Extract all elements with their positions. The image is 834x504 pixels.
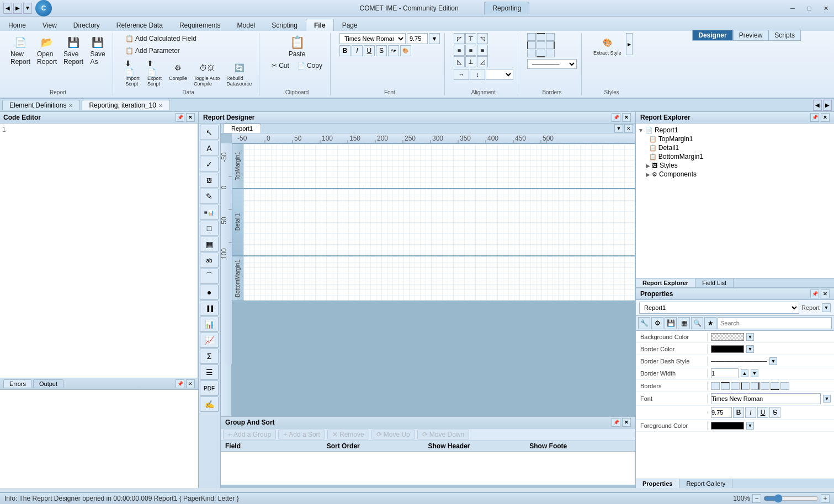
strikethrough-btn[interactable]: S bbox=[376, 45, 387, 56]
close-properties-btn[interactable]: ✕ bbox=[821, 289, 830, 298]
close-code-editor-btn[interactable]: ✕ bbox=[186, 113, 195, 122]
tool-picture-box[interactable]: 🖼 bbox=[200, 173, 219, 188]
border-width-input[interactable] bbox=[711, 368, 739, 378]
tab-scripting[interactable]: Scripting bbox=[263, 19, 306, 31]
compile-btn[interactable]: ⚙ Compile bbox=[166, 58, 190, 88]
tool-pivot[interactable]: Σ bbox=[200, 348, 219, 364]
save-as-btn[interactable]: 💾 SaveAs bbox=[87, 33, 108, 67]
tree-item-topmargin[interactable]: 📋 TopMargin1 bbox=[646, 135, 832, 143]
tool-sparkline[interactable]: 📈 bbox=[200, 333, 219, 348]
nav-forward[interactable]: ▶ bbox=[13, 3, 22, 14]
prop-strikethrough-btn[interactable]: S bbox=[769, 407, 780, 418]
tree-item-detail[interactable]: 📋 Detail1 bbox=[646, 143, 832, 152]
report-gallery-tab[interactable]: Report Gallery bbox=[679, 479, 732, 488]
nav-dropdown[interactable]: ▼ bbox=[23, 3, 32, 14]
align-right-btn[interactable]: ≡ bbox=[477, 45, 488, 56]
import-script-btn[interactable]: ⬇📄 ImportScript bbox=[122, 58, 143, 88]
export-script-btn[interactable]: ⬆📄 ExportScript bbox=[144, 58, 165, 88]
add-sort-btn[interactable]: + Add a Sort bbox=[278, 430, 325, 439]
indent-btn[interactable]: ↔ bbox=[454, 69, 469, 80]
tool-rich-text[interactable]: ab bbox=[200, 253, 219, 268]
tool-line[interactable]: ⌒ bbox=[200, 269, 219, 284]
borders-bl-check[interactable] bbox=[761, 382, 769, 390]
border-style-select[interactable]: ─────── bbox=[527, 59, 577, 69]
reporting-tab[interactable]: Reporting bbox=[484, 2, 529, 14]
designer-btn[interactable]: Designer bbox=[692, 30, 732, 41]
zoom-in-btn[interactable]: + bbox=[821, 494, 830, 503]
scripts-btn[interactable]: Scripts bbox=[768, 30, 801, 41]
borders-b-check[interactable] bbox=[771, 382, 779, 390]
report-explorer-tab[interactable]: Report Explorer bbox=[636, 278, 695, 287]
prop-foreground-color-value[interactable]: ▼ bbox=[708, 421, 834, 431]
prop-object-select[interactable]: Report1 bbox=[639, 302, 799, 314]
border-color-expand[interactable]: ▼ bbox=[746, 345, 754, 353]
add-group-btn[interactable]: + Add a Group bbox=[223, 430, 276, 439]
detail-content[interactable] bbox=[243, 189, 635, 255]
borders-l-check[interactable] bbox=[741, 382, 750, 390]
tool-table[interactable]: ▦ bbox=[200, 237, 219, 252]
prop-bold-btn[interactable]: B bbox=[733, 407, 744, 418]
tool-pdf-content[interactable]: PDF bbox=[200, 380, 219, 396]
errors-tab[interactable]: Errors bbox=[3, 379, 32, 388]
tree-root[interactable]: ▼ 📄 Report1 bbox=[638, 126, 832, 135]
close-report-tab-btn[interactable]: ✕ bbox=[624, 124, 633, 133]
alignment-extra-select[interactable] bbox=[486, 69, 513, 80]
open-report-btn[interactable]: 📂 OpenReport bbox=[34, 33, 60, 67]
prop-border-dash-style-value[interactable]: ──────────── ▼ bbox=[708, 356, 834, 366]
close-group-sort-btn[interactable]: ✕ bbox=[622, 418, 631, 427]
border-c[interactable] bbox=[536, 41, 545, 49]
font-size-value-input[interactable] bbox=[711, 407, 732, 418]
doc-tab-reporting[interactable]: Reporting, iteration_10 ✕ bbox=[82, 100, 169, 110]
report-tab-dropdown[interactable]: ▼ bbox=[614, 124, 623, 133]
tool-table-of-contents[interactable]: ☰ bbox=[200, 364, 219, 380]
tab-reference-data[interactable]: Reference Data bbox=[108, 19, 171, 31]
tree-item-components[interactable]: ▶ ⚙ Components bbox=[646, 170, 832, 179]
prop-font-value[interactable]: ▼ bbox=[708, 392, 834, 405]
maximize-btn[interactable]: □ bbox=[801, 0, 817, 17]
tool-shape[interactable]: ● bbox=[200, 285, 219, 300]
align-left-btn[interactable]: ≡ bbox=[454, 45, 465, 56]
close-errors-btn[interactable]: ✕ bbox=[186, 379, 195, 388]
new-report-btn[interactable]: 📄 NewReport bbox=[8, 33, 33, 67]
border-width-up[interactable]: ▲ bbox=[741, 369, 748, 377]
align-center-top-btn[interactable]: ⊤ bbox=[465, 33, 476, 44]
border-bl[interactable] bbox=[527, 50, 536, 57]
pin-properties-btn[interactable]: 📌 bbox=[810, 289, 819, 298]
doc-tab-element-definitions[interactable]: Element Definitions ✕ bbox=[2, 100, 80, 110]
zoom-slider[interactable] bbox=[763, 494, 819, 503]
prop-tool-btn-5[interactable]: 🔍 bbox=[691, 317, 703, 329]
pin-group-sort-btn[interactable]: 📌 bbox=[612, 418, 620, 427]
foreground-color-expand[interactable]: ▼ bbox=[746, 422, 754, 430]
border-width-down[interactable]: ▼ bbox=[751, 369, 758, 377]
pin-errors-btn[interactable]: 📌 bbox=[176, 379, 184, 388]
align-bottom-right-btn[interactable]: ◿ bbox=[477, 56, 488, 67]
save-report-btn[interactable]: 💾 SaveReport bbox=[61, 33, 86, 67]
font-expand-btn[interactable]: ▼ bbox=[823, 395, 831, 403]
tool-chart[interactable]: 📊 bbox=[200, 317, 219, 332]
prop-tool-btn-6[interactable]: ★ bbox=[704, 317, 716, 329]
tool-pointer[interactable]: ↖ bbox=[200, 125, 219, 140]
output-tab[interactable]: Output bbox=[33, 379, 63, 388]
align-left-top-btn[interactable]: ◸ bbox=[454, 33, 465, 44]
remove-btn[interactable]: ✕ Remove bbox=[327, 430, 369, 439]
bottom-margin-content[interactable] bbox=[243, 256, 635, 301]
properties-bottom-tab[interactable]: Properties bbox=[636, 479, 679, 488]
doc-nav-left[interactable]: ◀ bbox=[813, 100, 822, 111]
copy-btn[interactable]: 📄Copy bbox=[294, 60, 326, 71]
borders-r-check[interactable] bbox=[751, 382, 759, 390]
move-down-btn[interactable]: ⟳ Move Down bbox=[417, 430, 469, 439]
font-name-value-input[interactable] bbox=[711, 393, 821, 404]
italic-btn[interactable]: I bbox=[352, 45, 363, 56]
prop-border-width-value[interactable]: ▲ ▼ bbox=[708, 367, 834, 379]
tab-view[interactable]: View bbox=[34, 19, 65, 31]
borders-tr-check[interactable] bbox=[731, 382, 740, 390]
prop-dropdown-btn[interactable]: ▼ bbox=[822, 303, 831, 312]
tool-edit[interactable]: ✎ bbox=[200, 189, 219, 204]
tool-check[interactable]: ✓ bbox=[200, 157, 219, 172]
root-expand-icon[interactable]: ▼ bbox=[638, 127, 644, 133]
preview-btn[interactable]: Preview bbox=[733, 30, 769, 41]
borders-t-check[interactable] bbox=[721, 382, 730, 390]
move-up-btn[interactable]: ⟳ Move Up bbox=[371, 430, 415, 439]
borders-br-check[interactable] bbox=[780, 382, 789, 390]
styles-expand-icon[interactable]: ▶ bbox=[646, 163, 650, 169]
